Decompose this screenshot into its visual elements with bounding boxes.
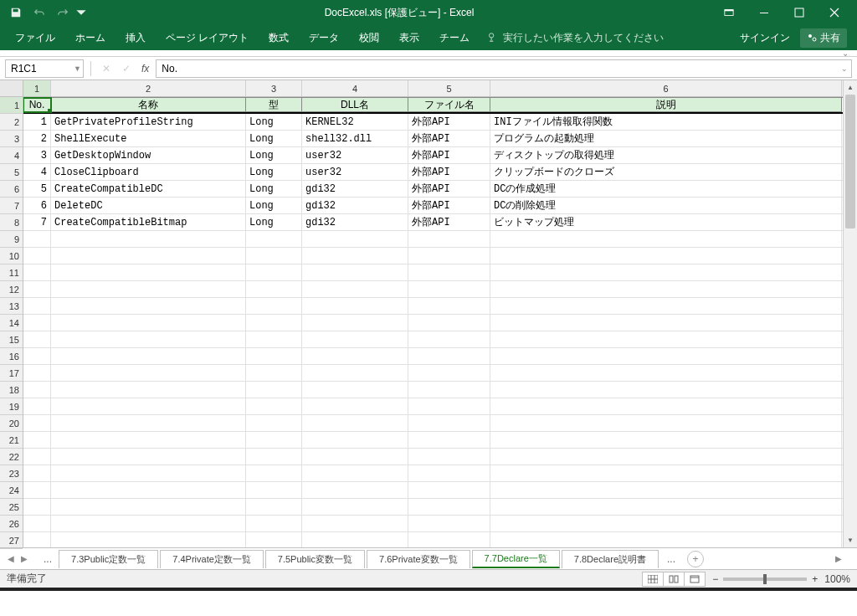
- cell[interactable]: プログラムの起動処理: [490, 131, 842, 146]
- cell[interactable]: [490, 499, 842, 515]
- cell[interactable]: [490, 482, 842, 498]
- cell[interactable]: 外部API: [408, 164, 490, 180]
- row-header[interactable]: 10: [0, 248, 23, 264]
- cell[interactable]: [490, 516, 842, 531]
- cell[interactable]: [246, 264, 302, 280]
- ribbon-tab-8[interactable]: チーム: [429, 25, 480, 50]
- cell[interactable]: [490, 315, 842, 331]
- cell[interactable]: [23, 298, 51, 314]
- cell[interactable]: gdi32: [302, 198, 408, 213]
- row-header[interactable]: 5: [0, 164, 23, 181]
- header-cell[interactable]: 説明: [490, 98, 842, 112]
- cell[interactable]: [302, 398, 408, 414]
- row-header[interactable]: 12: [0, 281, 23, 298]
- cell[interactable]: [490, 248, 842, 264]
- cell[interactable]: 4: [23, 164, 51, 180]
- row-header[interactable]: 23: [0, 465, 23, 482]
- row-header[interactable]: 24: [0, 482, 23, 499]
- cell[interactable]: [302, 516, 408, 531]
- cell[interactable]: [246, 281, 302, 297]
- row-header[interactable]: 15: [0, 331, 23, 348]
- cell[interactable]: 外部API: [408, 131, 490, 146]
- cell[interactable]: INIファイル情報取得関数: [490, 114, 842, 130]
- cell[interactable]: [302, 499, 408, 515]
- cell[interactable]: gdi32: [302, 181, 408, 197]
- row-header[interactable]: 17: [0, 365, 23, 382]
- cell[interactable]: [23, 382, 51, 398]
- column-header[interactable]: 3: [246, 80, 302, 96]
- sheet-ellipsis[interactable]: ...: [37, 553, 59, 565]
- row-header[interactable]: 1: [0, 97, 23, 114]
- cell[interactable]: [23, 516, 51, 531]
- ribbon-tab-0[interactable]: ファイル: [5, 25, 65, 50]
- tell-me-search[interactable]: 実行したい作業を入力してください: [486, 31, 664, 45]
- cell[interactable]: [302, 365, 408, 381]
- ribbon-display-button[interactable]: [711, 0, 747, 25]
- cell[interactable]: [302, 465, 408, 481]
- close-button[interactable]: [817, 0, 852, 25]
- ribbon-tab-2[interactable]: 挿入: [115, 25, 156, 50]
- formula-expand-icon[interactable]: ⌄: [841, 64, 848, 73]
- row-header[interactable]: 6: [0, 181, 23, 198]
- cell[interactable]: [490, 432, 842, 448]
- page-layout-view-button[interactable]: [663, 572, 685, 587]
- cell[interactable]: 外部API: [408, 147, 490, 163]
- cell[interactable]: [490, 449, 842, 465]
- row-header[interactable]: 3: [0, 131, 23, 147]
- cell[interactable]: 7: [23, 214, 51, 230]
- cell[interactable]: [246, 482, 302, 498]
- sheet-nav-prev[interactable]: ◀: [5, 552, 17, 566]
- fx-icon[interactable]: fx: [141, 63, 149, 74]
- cell[interactable]: Long: [246, 164, 302, 180]
- cell[interactable]: [23, 348, 51, 364]
- zoom-level[interactable]: 100%: [824, 573, 850, 585]
- cell[interactable]: [302, 432, 408, 448]
- cell[interactable]: [490, 365, 842, 381]
- row-header[interactable]: 25: [0, 499, 23, 516]
- save-button[interactable]: [5, 2, 27, 23]
- scroll-up-button[interactable]: ▲: [844, 80, 857, 95]
- column-header[interactable]: 6: [490, 80, 842, 96]
- cell[interactable]: [51, 432, 246, 448]
- ribbon-tab-1[interactable]: ホーム: [65, 25, 115, 50]
- ribbon-tab-7[interactable]: 表示: [389, 25, 429, 50]
- cell[interactable]: [51, 415, 246, 431]
- cell[interactable]: 外部API: [408, 198, 490, 213]
- cell[interactable]: [302, 248, 408, 264]
- cell[interactable]: gdi32: [302, 214, 408, 230]
- cell[interactable]: 3: [23, 147, 51, 163]
- cell[interactable]: [490, 298, 842, 314]
- cell[interactable]: [408, 415, 490, 431]
- cell[interactable]: 6: [23, 198, 51, 213]
- cell[interactable]: [302, 382, 408, 398]
- cell[interactable]: ShellExecute: [51, 131, 246, 146]
- cell[interactable]: [51, 315, 246, 331]
- page-break-view-button[interactable]: [684, 572, 706, 587]
- column-header[interactable]: 1: [23, 80, 51, 96]
- cell[interactable]: [23, 482, 51, 498]
- cell[interactable]: [408, 331, 490, 347]
- cell[interactable]: [302, 315, 408, 331]
- cell[interactable]: [408, 516, 490, 531]
- cell[interactable]: [302, 482, 408, 498]
- row-header[interactable]: 8: [0, 214, 23, 231]
- cell[interactable]: [408, 348, 490, 364]
- row-header[interactable]: 26: [0, 516, 23, 532]
- cell[interactable]: [302, 298, 408, 314]
- header-cell[interactable]: ファイル名: [408, 98, 490, 112]
- sheet-nav-next[interactable]: ▶: [18, 552, 30, 566]
- cell[interactable]: [490, 532, 842, 547]
- cell[interactable]: [51, 365, 246, 381]
- cell[interactable]: [51, 382, 246, 398]
- cell[interactable]: [302, 264, 408, 280]
- cell[interactable]: GetPrivateProfileString: [51, 114, 246, 130]
- cell[interactable]: [408, 398, 490, 414]
- zoom-thumb[interactable]: [763, 574, 767, 584]
- cell[interactable]: Long: [246, 214, 302, 230]
- sheet-tab[interactable]: 7.6Private変数一覧: [367, 550, 470, 568]
- cell[interactable]: [51, 449, 246, 465]
- signin-link[interactable]: サインイン: [740, 31, 790, 45]
- cell[interactable]: [51, 264, 246, 280]
- cell[interactable]: [408, 231, 490, 247]
- cell[interactable]: GetDesktopWindow: [51, 147, 246, 163]
